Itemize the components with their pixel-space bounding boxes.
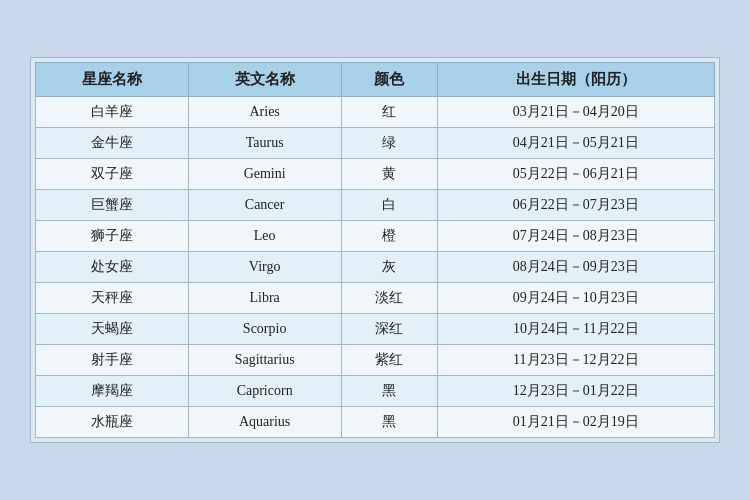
cell-10-0: 水瓶座 <box>36 407 189 438</box>
cell-1-1: Taurus <box>188 128 341 159</box>
cell-8-2: 紫红 <box>341 345 437 376</box>
cell-5-1: Virgo <box>188 252 341 283</box>
cell-7-1: Scorpio <box>188 314 341 345</box>
cell-2-3: 05月22日－06月21日 <box>437 159 714 190</box>
column-header: 星座名称 <box>36 63 189 97</box>
cell-2-2: 黄 <box>341 159 437 190</box>
table-row: 双子座Gemini黄05月22日－06月21日 <box>36 159 715 190</box>
cell-5-0: 处女座 <box>36 252 189 283</box>
cell-9-0: 摩羯座 <box>36 376 189 407</box>
zodiac-table-container: 星座名称英文名称颜色出生日期（阳历） 白羊座Aries红03月21日－04月20… <box>30 57 720 443</box>
cell-4-2: 橙 <box>341 221 437 252</box>
cell-0-3: 03月21日－04月20日 <box>437 97 714 128</box>
table-row: 狮子座Leo橙07月24日－08月23日 <box>36 221 715 252</box>
table-row: 摩羯座Capricorn黑12月23日－01月22日 <box>36 376 715 407</box>
cell-3-1: Cancer <box>188 190 341 221</box>
column-header: 颜色 <box>341 63 437 97</box>
cell-7-2: 深红 <box>341 314 437 345</box>
cell-10-3: 01月21日－02月19日 <box>437 407 714 438</box>
cell-1-2: 绿 <box>341 128 437 159</box>
cell-6-3: 09月24日－10月23日 <box>437 283 714 314</box>
cell-4-3: 07月24日－08月23日 <box>437 221 714 252</box>
table-body: 白羊座Aries红03月21日－04月20日金牛座Taurus绿04月21日－0… <box>36 97 715 438</box>
table-row: 白羊座Aries红03月21日－04月20日 <box>36 97 715 128</box>
cell-0-1: Aries <box>188 97 341 128</box>
table-row: 水瓶座Aquarius黑01月21日－02月19日 <box>36 407 715 438</box>
table-header-row: 星座名称英文名称颜色出生日期（阳历） <box>36 63 715 97</box>
cell-7-0: 天蝎座 <box>36 314 189 345</box>
cell-0-0: 白羊座 <box>36 97 189 128</box>
cell-5-2: 灰 <box>341 252 437 283</box>
cell-1-0: 金牛座 <box>36 128 189 159</box>
cell-6-1: Libra <box>188 283 341 314</box>
cell-6-0: 天秤座 <box>36 283 189 314</box>
cell-9-1: Capricorn <box>188 376 341 407</box>
cell-2-0: 双子座 <box>36 159 189 190</box>
column-header: 出生日期（阳历） <box>437 63 714 97</box>
cell-4-1: Leo <box>188 221 341 252</box>
table-row: 金牛座Taurus绿04月21日－05月21日 <box>36 128 715 159</box>
cell-8-0: 射手座 <box>36 345 189 376</box>
cell-5-3: 08月24日－09月23日 <box>437 252 714 283</box>
cell-9-2: 黑 <box>341 376 437 407</box>
cell-10-2: 黑 <box>341 407 437 438</box>
table-row: 巨蟹座Cancer白06月22日－07月23日 <box>36 190 715 221</box>
cell-6-2: 淡红 <box>341 283 437 314</box>
zodiac-table: 星座名称英文名称颜色出生日期（阳历） 白羊座Aries红03月21日－04月20… <box>35 62 715 438</box>
cell-1-3: 04月21日－05月21日 <box>437 128 714 159</box>
cell-3-2: 白 <box>341 190 437 221</box>
cell-2-1: Gemini <box>188 159 341 190</box>
cell-10-1: Aquarius <box>188 407 341 438</box>
cell-0-2: 红 <box>341 97 437 128</box>
table-row: 天蝎座Scorpio深红10月24日－11月22日 <box>36 314 715 345</box>
cell-3-3: 06月22日－07月23日 <box>437 190 714 221</box>
table-row: 处女座Virgo灰08月24日－09月23日 <box>36 252 715 283</box>
column-header: 英文名称 <box>188 63 341 97</box>
table-row: 天秤座Libra淡红09月24日－10月23日 <box>36 283 715 314</box>
cell-4-0: 狮子座 <box>36 221 189 252</box>
table-row: 射手座Sagittarius紫红11月23日－12月22日 <box>36 345 715 376</box>
cell-9-3: 12月23日－01月22日 <box>437 376 714 407</box>
cell-8-1: Sagittarius <box>188 345 341 376</box>
cell-3-0: 巨蟹座 <box>36 190 189 221</box>
cell-8-3: 11月23日－12月22日 <box>437 345 714 376</box>
cell-7-3: 10月24日－11月22日 <box>437 314 714 345</box>
